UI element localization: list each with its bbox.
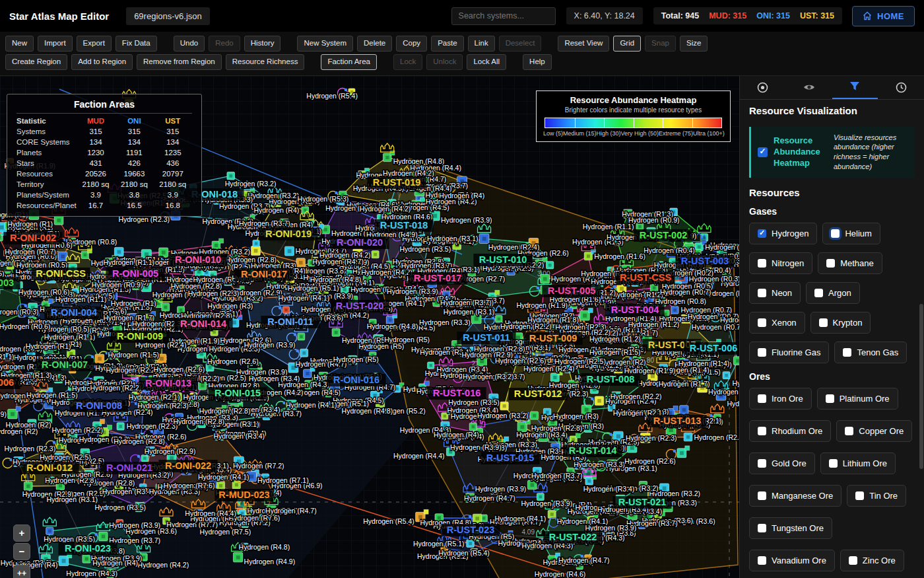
svg-text:Hydrogen (R4.9): Hydrogen (R4.9) — [244, 557, 296, 565]
svg-text:R-ONI-007: R-ONI-007 — [42, 359, 88, 370]
toolbar-button-redo[interactable]: Redo — [209, 36, 240, 52]
zoom-fit-button[interactable]: ++ — [13, 565, 30, 578]
map-canvas[interactable]: 1.802.463.392.512.562.173.342.802.182.90… — [0, 76, 739, 578]
checkbox[interactable] — [758, 491, 766, 500]
toolbar-button-create-region[interactable]: Create Region — [5, 54, 67, 70]
svg-text:R-UST-008: R-UST-008 — [587, 374, 635, 384]
toolbar-button-link[interactable]: Link — [468, 36, 495, 52]
checkbox[interactable] — [758, 259, 766, 268]
toolbar-button-reset-view[interactable]: Reset View — [558, 36, 609, 52]
toolbar-button-remove-from-region[interactable]: Remove from Region — [137, 54, 222, 70]
svg-text:Hydrogen (R3.9): Hydrogen (R3.9) — [441, 215, 492, 223]
total-count: Total: 945 — [661, 11, 699, 20]
heatmap-checkbox[interactable] — [758, 147, 768, 157]
resource-filter-nitrogen[interactable]: Nitrogen — [749, 252, 812, 274]
resource-filter-zinc-ore[interactable]: Zinc Ore — [840, 550, 904, 571]
toolbar-button-unlock[interactable]: Unlock — [426, 54, 463, 70]
tab-filters[interactable] — [832, 76, 878, 99]
checkbox[interactable] — [758, 524, 766, 532]
heatmap-toggle-panel[interactable]: Resource Abundance Heatmap Visualize res… — [749, 127, 915, 178]
zoom-in-button[interactable]: + — [13, 524, 30, 542]
toolbar-button-export[interactable]: Export — [77, 36, 112, 52]
toolbar-button-grid[interactable]: Grid — [613, 36, 641, 52]
svg-text:Hydrogen (R3.7): Hydrogen (R3.7) — [531, 471, 583, 479]
svg-text:Hydrogen (R3.4): Hydrogen (R3.4) — [102, 487, 154, 495]
svg-text:Hydrogen (R2.2): Hydrogen (R2.2) — [90, 384, 141, 392]
svg-text:Hydrogen (R5): Hydrogen (R5) — [333, 355, 379, 363]
search-input[interactable] — [451, 7, 556, 25]
checkbox[interactable] — [831, 229, 840, 238]
toolbar-button-snap[interactable]: Snap — [645, 36, 676, 52]
resource-filter-hydrogen[interactable]: Hydrogen — [749, 223, 817, 244]
toolbar-button-faction-area[interactable]: Faction Area — [321, 54, 377, 70]
resource-filter-rhodium-ore[interactable]: Rhodium Ore — [749, 420, 831, 442]
checkbox[interactable] — [758, 348, 766, 357]
checkbox[interactable] — [758, 459, 766, 468]
checkbox[interactable] — [758, 394, 766, 403]
home-button[interactable]: HOME — [852, 6, 915, 26]
svg-text:R-UST-019: R-UST-019 — [373, 177, 421, 188]
toolbar-button-paste[interactable]: Paste — [431, 36, 463, 52]
faction-col-statistic: Statistic — [16, 116, 77, 126]
checkbox[interactable] — [849, 556, 857, 565]
toolbar-button-history[interactable]: History — [244, 36, 281, 52]
tab-visibility[interactable] — [786, 76, 832, 99]
resource-filter-argon[interactable]: Argon — [806, 282, 860, 304]
toolbar-button-fix-data[interactable]: Fix Data — [116, 36, 157, 52]
resource-filter-vanadium-ore[interactable]: Vanadium Ore — [749, 550, 835, 571]
checkbox[interactable] — [758, 289, 766, 297]
toolbar-button-delete[interactable]: Delete — [357, 36, 392, 52]
checkbox[interactable] — [829, 459, 838, 468]
resource-filter-tungsten-ore[interactable]: Tungsten Ore — [749, 517, 832, 539]
resource-filter-manganese-ore[interactable]: Manganese Ore — [749, 485, 842, 507]
checkbox[interactable] — [826, 259, 835, 268]
checkbox[interactable] — [758, 318, 766, 327]
checkbox[interactable] — [826, 394, 834, 403]
resource-filter-fluorine-gas[interactable]: Fluorine Gas — [749, 342, 829, 363]
toolbar-button-new[interactable]: New — [5, 36, 34, 52]
checkbox[interactable] — [845, 427, 853, 435]
checkbox[interactable] — [819, 318, 828, 327]
toolbar-button-help[interactable]: Help — [523, 54, 552, 70]
checkbox[interactable] — [855, 491, 864, 500]
tab-systems[interactable] — [740, 76, 786, 99]
resource-filter-tenon-gas[interactable]: Tenon Gas — [834, 342, 907, 363]
sidebar-scrollbar[interactable] — [919, 304, 923, 469]
checkbox[interactable] — [758, 556, 766, 565]
svg-text:R-UST-006: R-UST-006 — [690, 343, 738, 353]
toolbar-button-undo[interactable]: Undo — [174, 36, 205, 52]
resource-filter-gold-ore[interactable]: Gold Ore — [749, 452, 815, 474]
toolbar-button-new-system[interactable]: New System — [297, 36, 353, 52]
faction-stat-row: Resources205261966320797 — [16, 168, 192, 179]
checkbox[interactable] — [758, 427, 766, 435]
resource-filter-neon[interactable]: Neon — [749, 282, 801, 304]
resource-filter-tin-ore[interactable]: Tin Ore — [847, 485, 906, 507]
toolbar-button-resource-richness[interactable]: Resource Richness — [226, 54, 305, 70]
resource-filter-helium[interactable]: Helium — [822, 223, 880, 244]
checkbox[interactable] — [758, 229, 766, 238]
svg-text:Hydrogen (R1.8): Hydrogen (R1.8) — [527, 315, 579, 323]
sidebar-content: Resource Visualization Resource Abundanc… — [740, 100, 924, 578]
resource-filter-copper-ore[interactable]: Copper Ore — [836, 420, 912, 442]
resource-filter-platinum-ore[interactable]: Platinum Ore — [817, 388, 898, 410]
resource-filter-xenon[interactable]: Xenon — [749, 312, 805, 334]
checkbox[interactable] — [814, 289, 823, 297]
toolbar-button-lock-all[interactable]: Lock All — [467, 54, 506, 70]
toolbar-button-lock[interactable]: Lock — [393, 54, 422, 70]
toolbar-button-import[interactable]: Import — [38, 36, 73, 52]
tab-history[interactable] — [878, 76, 924, 99]
checkbox[interactable] — [843, 348, 851, 357]
resource-filter-krypton[interactable]: Krypton — [810, 312, 871, 334]
resource-filter-iron-ore[interactable]: Iron Ore — [749, 388, 812, 410]
toolbar-button-deselect[interactable]: Deselect — [499, 36, 542, 52]
svg-text:Hydrogen (R3.1): Hydrogen (R3.1) — [47, 495, 98, 503]
resource-filter-lithium-ore[interactable]: Lithium Ore — [820, 452, 896, 474]
zoom-out-button[interactable]: − — [13, 543, 30, 560]
svg-text:Hydrogen (R2.6): Hydrogen (R2.6) — [624, 456, 676, 464]
toolbar-button-size[interactable]: Size — [680, 36, 708, 52]
resource-filter-methane[interactable]: Methane — [818, 252, 882, 274]
toolbar-button-add-to-region[interactable]: Add to Region — [71, 54, 133, 70]
svg-text:Hydrogen (R4.8): Hydrogen (R4.8) — [310, 275, 362, 283]
svg-text:Hydrogen (R1.7): Hydrogen (R1.7) — [659, 380, 710, 388]
toolbar-button-copy[interactable]: Copy — [396, 36, 427, 52]
